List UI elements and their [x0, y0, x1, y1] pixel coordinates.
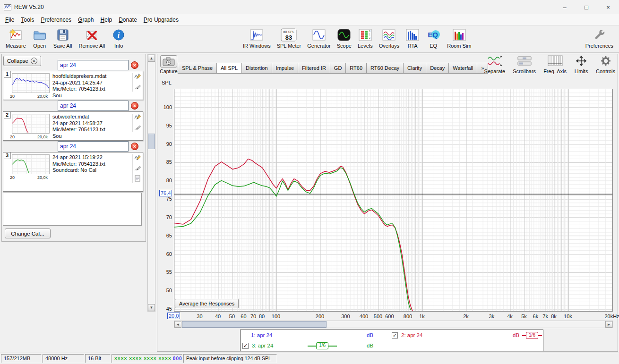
measurement-3-name-input[interactable]: [58, 141, 129, 152]
measurement-3-details: 24-apr-2021 15:19:22 Mic/Meter: 7054123.…: [52, 154, 131, 174]
menu-donate[interactable]: Donate: [115, 15, 140, 25]
clip-indicator: ×××× ×××× ×××× ×××× 0000 0000: [112, 354, 182, 363]
trim-pencil-icon[interactable]: [134, 84, 141, 92]
measurement-1-name-input[interactable]: [58, 60, 129, 70]
controls-button[interactable]: Controls: [596, 55, 615, 74]
scroll-right-icon[interactable]: ►: [605, 321, 612, 328]
smoothing-value[interactable]: 1/6: [316, 342, 328, 349]
h-scrollbar-thumb[interactable]: [182, 321, 327, 328]
tab-gd[interactable]: GD: [330, 63, 346, 74]
delete-measurement-1-button[interactable]: ×: [131, 61, 138, 69]
tab-filtered-ir[interactable]: Filtered IR: [298, 63, 330, 74]
edit-graph-icon[interactable]: [134, 114, 141, 122]
delete-measurement-3-button[interactable]: ×: [131, 143, 138, 150]
legend-3-checkbox[interactable]: [242, 343, 249, 349]
tab-distortion[interactable]: Distortion: [242, 63, 272, 74]
x-tick-label: 5k: [521, 313, 527, 319]
menu-help[interactable]: Help: [97, 15, 115, 25]
open-button[interactable]: Open: [32, 27, 48, 49]
measurement-mic: Mic/Meter: 7054123.txt: [52, 161, 131, 168]
menu-file[interactable]: File: [2, 15, 17, 25]
measurement-card-3[interactable]: 3 20 20,0k 24-apr-2021 15:19:22 Mic/Mete…: [3, 152, 143, 192]
capture-button[interactable]: Capture: [159, 55, 179, 74]
separate-button[interactable]: Separate: [484, 55, 506, 74]
legend-2-label[interactable]: 2: apr 24: [401, 332, 422, 338]
plot-frame: [174, 89, 613, 312]
ir-windows-button[interactable]: IR Windows: [242, 27, 272, 49]
menu-pro-upgrades[interactable]: Pro Upgrades: [140, 15, 182, 25]
y-tick-label: 90: [158, 141, 172, 147]
spl-plot[interactable]: [174, 89, 612, 311]
tab-waterfall[interactable]: Waterfall: [449, 63, 477, 74]
room-sim-button[interactable]: Room Sim: [446, 27, 472, 49]
notes-icon[interactable]: [134, 175, 141, 183]
spl-meter-button[interactable]: dB SPL83 SPL Meter: [276, 27, 302, 49]
levels-icon: 012: [358, 27, 372, 42]
eq-button[interactable]: EQ EQ: [425, 27, 442, 49]
x-tick-label: 30: [197, 313, 202, 319]
tab-impulse[interactable]: Impulse: [272, 63, 299, 74]
measurement-2-name-input[interactable]: [58, 101, 129, 111]
maximize-button[interactable]: □: [576, 0, 597, 14]
remove-all-label: Remove All: [79, 43, 105, 49]
tab-rt60[interactable]: RT60: [346, 63, 367, 74]
smoothing-value[interactable]: 1/6: [526, 332, 538, 339]
generator-button[interactable]: Generator: [306, 27, 332, 49]
tab-clarity[interactable]: Clarity: [404, 63, 426, 74]
levels-button[interactable]: 012 Levels: [357, 27, 374, 49]
x-tick-label: 100: [272, 313, 280, 319]
freq-axis-button[interactable]: Freq. Axis: [543, 55, 567, 74]
scroll-up-icon[interactable]: ▲: [148, 55, 155, 62]
scope-button[interactable]: Scope: [336, 27, 352, 49]
scroll-down-icon[interactable]: ▼: [148, 304, 155, 311]
scrollbar-thumb[interactable]: [148, 134, 155, 149]
y-tick-label: 45: [158, 306, 172, 312]
save-all-button[interactable]: Save All: [52, 27, 73, 49]
menu-tools[interactable]: Tools: [17, 15, 37, 25]
collapse-button[interactable]: Collapse «: [3, 56, 41, 66]
measurement-card-1[interactable]: 1 20 20,0k hoofdluidsprekers.mdat 24-apr…: [3, 71, 143, 100]
edit-graph-icon[interactable]: [134, 73, 141, 81]
edit-graph-icon[interactable]: [134, 154, 141, 162]
x-tick-label: 10k: [564, 313, 572, 319]
average-responses-button[interactable]: Average the Responses: [175, 299, 239, 308]
tab-decay[interactable]: Decay: [426, 63, 449, 74]
measurement-2-number: 2: [4, 112, 11, 119]
menu-preferences[interactable]: Preferences: [37, 15, 75, 25]
scrollbars-button[interactable]: Scrollbars: [513, 55, 536, 74]
legend-2-smoothing-control[interactable]: 1/6: [522, 332, 542, 339]
sidebar-scrollbar[interactable]: ▲ ▼: [147, 54, 155, 312]
limits-button[interactable]: Limits: [574, 55, 588, 74]
scroll-left-icon[interactable]: ◄: [174, 321, 181, 328]
legend-3-smoothing-control[interactable]: 1/6: [308, 342, 337, 349]
close-button[interactable]: ×: [597, 0, 619, 14]
rta-label: RTA: [408, 43, 418, 49]
tab-rt60-decay[interactable]: RT60 Decay: [367, 63, 404, 74]
rta-button[interactable]: RTA: [404, 27, 421, 49]
tab-all-spl[interactable]: All SPL: [217, 63, 242, 74]
x-tick-label: 2k: [463, 313, 469, 319]
legend-1-label[interactable]: 1: apr 24: [251, 332, 272, 338]
legend-2-checkbox[interactable]: [392, 332, 398, 339]
delete-measurement-2-button[interactable]: ×: [131, 102, 138, 110]
notes-area[interactable]: [3, 193, 142, 226]
change-cal-button[interactable]: Change Cal...: [5, 229, 51, 238]
info-button[interactable]: i Info: [111, 27, 127, 49]
trim-pencil-icon[interactable]: [134, 124, 141, 132]
graph-h-scrollbar[interactable]: ◄ ►: [174, 321, 613, 328]
measurement-file: subwoofer.mdat: [52, 114, 131, 120]
open-folder-icon: [33, 27, 47, 42]
legend-1-unit: dB: [367, 332, 373, 338]
legend-3-label[interactable]: 3: apr 24: [252, 343, 273, 348]
measure-button[interactable]: Measure: [5, 27, 27, 49]
menu-graph[interactable]: Graph: [75, 15, 97, 25]
minimize-button[interactable]: –: [554, 0, 576, 14]
thumb-axis-max: 20,0k: [37, 135, 48, 139]
remove-all-button[interactable]: Remove All: [78, 27, 106, 49]
x-cursor-readout: 20,0: [167, 313, 180, 319]
tab-spl-phase[interactable]: SPL & Phase: [178, 63, 217, 74]
preferences-button[interactable]: Preferences: [585, 27, 614, 49]
trim-pencil-icon[interactable]: [134, 165, 141, 173]
overlays-button[interactable]: Overlays: [378, 27, 400, 49]
measurement-card-2[interactable]: 2 20 20,0k subwoofer.mdat 24-apr-2021 14…: [3, 111, 143, 141]
